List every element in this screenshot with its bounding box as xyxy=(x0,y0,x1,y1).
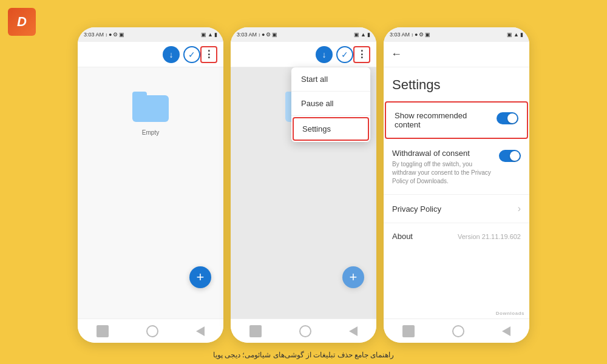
phone1-activity-icon: ↕ xyxy=(105,32,107,38)
phone2-sim-icon: ▣ xyxy=(354,32,359,38)
phone3-settings-content: Settings Show recommended content Withdr… xyxy=(384,67,529,318)
phone1-folder-icon xyxy=(132,92,169,122)
phone-3: 3:03 AM ↕ ● ⚙ ▣ ▣ ▲ ▮ ← Settings xyxy=(384,27,529,343)
phone1-sim-icon: ▣ xyxy=(201,32,206,38)
settings-about: About Version 21.11.19.602 xyxy=(384,223,529,249)
phone1-content: Empty + xyxy=(78,67,223,318)
phone3-settings-title: Settings xyxy=(384,67,529,100)
phone2-signal-icon: ● xyxy=(262,32,265,38)
phone3-status-bar: 3:03 AM ↕ ● ⚙ ▣ ▣ ▲ ▮ xyxy=(384,27,529,42)
settings-show-recommended: Show recommended content xyxy=(385,101,528,139)
phone2-header: ↓ ✓ ⋮ Start all Pause all Settings xyxy=(231,42,376,67)
phone1-folder-body xyxy=(132,95,169,122)
phones-row: 3:03 AM ↕ ● ⚙ ▣ ▣ ▲ ▮ ↓ ✓ ⋮ xyxy=(74,27,533,343)
phone2-popup-menu: Start all Pause all Settings xyxy=(291,67,370,142)
phone1-nav-square[interactable] xyxy=(97,325,109,337)
settings-show-recommended-label: Show recommended content xyxy=(395,111,492,129)
phone2-time: 3:03 AM xyxy=(237,32,257,38)
phone2-activity-icon: ↕ xyxy=(258,32,260,38)
phone1-wifi-icon: ▣ xyxy=(119,32,124,38)
phone2-download-icon: ↓ xyxy=(316,46,333,63)
phone3-activity-icon: ↕ xyxy=(411,32,413,38)
phone3-battery-icon: ▮ xyxy=(520,32,523,38)
phone2-status-bar: 3:03 AM ↕ ● ⚙ ▣ ▣ ▲ ▮ xyxy=(231,27,376,42)
phone1-more-button[interactable]: ⋮ xyxy=(200,46,217,63)
chevron-right-icon: › xyxy=(518,203,521,214)
phone1-time: 3:03 AM xyxy=(84,32,104,38)
settings-show-recommended-toggle[interactable] xyxy=(497,112,518,124)
popup-start-all[interactable]: Start all xyxy=(291,67,370,92)
phone3-sim-icon: ▣ xyxy=(507,32,512,38)
phone3-settings-header: ← xyxy=(384,42,529,67)
logo-letter: D xyxy=(17,14,27,30)
phone1-settings-icon: ⚙ xyxy=(113,32,118,38)
phone2-settings-icon: ⚙ xyxy=(266,32,271,38)
bottom-caption: راهنمای جامع حذف تبلیغات از گوشی‌های شیا… xyxy=(6,351,601,359)
logo: D xyxy=(6,6,38,38)
phone1-fab-button[interactable]: + xyxy=(189,266,211,288)
phone2-fab-button[interactable]: + xyxy=(342,266,364,288)
phone3-wifi2-icon: ▲ xyxy=(514,32,519,38)
phone1-folder-label: Empty xyxy=(142,129,159,136)
settings-about-version: Version 21.11.19.602 xyxy=(458,233,521,240)
phone1-header: ↓ ✓ ⋮ xyxy=(78,42,223,67)
phone3-back-button[interactable]: ← xyxy=(391,48,402,61)
phone3-nav-circle[interactable] xyxy=(452,325,464,337)
settings-about-label: About xyxy=(392,232,413,241)
phone3-time: 3:03 AM xyxy=(390,32,410,38)
phone2-battery-icon: ▮ xyxy=(367,32,370,38)
settings-withdrawal: Withdrawal of consent By toggling off th… xyxy=(384,140,529,195)
phone2-nav-square[interactable] xyxy=(249,325,262,337)
popup-pause-all[interactable]: Pause all xyxy=(291,92,370,116)
phone3-nav-back[interactable] xyxy=(502,326,510,336)
phone1-nav-circle[interactable] xyxy=(146,325,158,337)
settings-withdrawal-label: Withdrawal of consent xyxy=(392,149,494,158)
phone2-wifi-icon: ▣ xyxy=(272,32,277,38)
phone2-bottom-nav xyxy=(231,318,376,343)
settings-withdrawal-desc: By toggling off the switch, you withdraw… xyxy=(392,160,494,186)
main-container: D راهنمای جامع حذف تبلیغات از گوشی‌های ش… xyxy=(0,0,607,364)
settings-withdrawal-toggle[interactable] xyxy=(499,150,521,162)
logo-inner: D xyxy=(8,8,36,36)
settings-withdrawal-text: Withdrawal of consent By toggling off th… xyxy=(392,149,494,186)
phone2-check-icon: ✓ xyxy=(336,46,353,63)
phone2-more-button[interactable]: ⋮ xyxy=(353,46,370,63)
phone-1: 3:03 AM ↕ ● ⚙ ▣ ▣ ▲ ▮ ↓ ✓ ⋮ xyxy=(78,27,223,343)
phone1-download-icon: ↓ xyxy=(163,46,180,63)
phone3-wifi-icon: ▣ xyxy=(425,32,430,38)
phone2-nav-back[interactable] xyxy=(349,326,358,336)
phone3-bottom-nav: Downloads xyxy=(384,318,529,343)
downloads-watermark: Downloads xyxy=(496,311,524,316)
phone1-check-icon: ✓ xyxy=(183,46,200,63)
phone-2: 3:03 AM ↕ ● ⚙ ▣ ▣ ▲ ▮ ↓ ✓ ⋮ Start all xyxy=(231,27,376,343)
phone1-wifi2-icon: ▲ xyxy=(208,32,213,38)
toggle-knob-1 xyxy=(507,113,517,123)
phone2-wifi2-icon: ▲ xyxy=(361,32,366,38)
toggle-knob-2 xyxy=(510,151,520,161)
phone3-signal-icon: ● xyxy=(415,32,418,38)
popup-settings[interactable]: Settings xyxy=(293,117,369,141)
phone3-nav-square[interactable] xyxy=(402,325,415,337)
phone1-signal-icon: ● xyxy=(109,32,112,38)
phone1-nav-back[interactable] xyxy=(196,326,205,336)
phone1-battery-icon: ▮ xyxy=(214,32,217,38)
phone1-bottom-nav xyxy=(78,318,223,343)
phone1-status-bar: 3:03 AM ↕ ● ⚙ ▣ ▣ ▲ ▮ xyxy=(78,27,223,42)
phone3-settings-icon: ⚙ xyxy=(419,32,424,38)
settings-show-recommended-text: Show recommended content xyxy=(395,111,492,129)
settings-privacy-label: Privacy Policy xyxy=(392,204,441,214)
phone2-nav-circle[interactable] xyxy=(299,325,311,337)
settings-privacy-policy[interactable]: Privacy Policy › xyxy=(384,195,529,223)
